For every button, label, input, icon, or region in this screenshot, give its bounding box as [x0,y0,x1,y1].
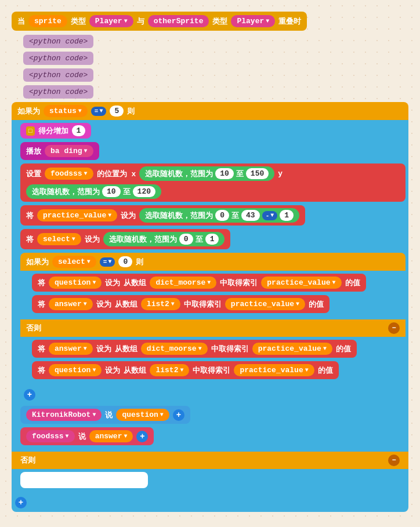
event-when-label: 当 [17,16,25,27]
question-var[interactable]: question ▼ [49,277,102,289]
list2-var[interactable]: list2 ▼ [141,298,180,310]
score-val[interactable]: 1 [72,125,86,136]
kitronik-robot-var[interactable]: KitronikRobot ▼ [26,409,102,421]
if-select-header: 如果为 select ▼ = ▼ 0 则 [20,253,405,271]
player-arrow: ▼ [124,18,128,24]
set-practice-block: 将 practice_value ▼ 设为 选取随机数，范围为 0 至 43 -… [20,205,305,226]
say-label2: 说 [78,431,86,442]
else-bar: 否则 − [20,319,405,337]
score-block: □ 得分增加 1 [20,123,91,139]
type-label: 类型 [71,16,86,27]
python-block-2: <python code> [23,52,93,65]
outer-if-block: 如果为 status ▼ = ▼ 5 则 □ 得分增加 1 [12,102,408,512]
python-block-3: <python code> [23,68,93,82]
select-if-var[interactable]: select ▼ [52,256,96,268]
practice-idx-var4[interactable]: practice_value ▼ [234,364,314,376]
question-say-var[interactable]: question ▼ [116,409,169,421]
outer-plus[interactable]: + [15,497,27,508]
set-select-block: 将 select ▼ 设为 选取随机数，范围为 0 至 1 [20,229,230,249]
set-q1-block: 将 question ▼ 设为 从数组 dict_moorse ▼ [32,274,366,292]
event-block: 当 sprite 类型 Player ▼ 与 otherSprite 类型 Pl… [12,12,307,31]
dict-moorse-var2[interactable]: dict_moorse ▼ [141,343,208,355]
question-var2[interactable]: question ▼ [49,364,102,376]
select-op[interactable]: = ▼ [100,257,115,267]
else-minus[interactable]: − [388,322,400,334]
random-practice: 选取随机数，范围为 0 至 43 - ▼ 1 [139,208,299,223]
python-block-1: <python code> [23,35,93,48]
speak2-plus[interactable]: + [136,431,148,442]
answer-var[interactable]: answer ▼ [49,298,93,310]
play-label: 播放 [26,146,41,157]
list2-var2[interactable]: list2 ▼ [150,364,189,376]
player-dropdown[interactable]: Player ▼ [89,15,133,27]
else-label: 否则 [26,323,41,333]
set-pos-block: 设置 foodsss ▼ 的位置为 x 选取随机数，范围为 10 至 150 y [20,163,405,202]
outer-if-header: 如果为 status ▼ = ▼ 5 则 [12,102,408,120]
else-body: 将 answer ▼ 设为 从数组 dict_moorse ▼ 中取 [20,337,405,386]
with-label: 与 [137,16,144,27]
eq-op[interactable]: = ▼ [91,107,107,116]
answer-say-var[interactable]: answer ▼ [89,430,133,442]
status-var[interactable]: status ▼ [44,105,88,117]
set-q2-block: 将 question ▼ 设为 从数组 list2 ▼ 中取得索引 [32,361,339,379]
python-block-4: <python code> [23,85,93,99]
outer-if-label: 如果为 [17,106,40,117]
speak2-block: foodsss ▼ 说 answer ▼ + [20,427,154,445]
sprite-pill[interactable]: sprite [28,15,67,27]
play-block: 播放 ba ding ▼ [20,142,99,160]
player2-arrow: ▼ [266,18,269,24]
practice-idx-var3[interactable]: practice_value ▼ [252,343,332,355]
outer-if-footer: + [12,493,408,512]
sound-dropdown[interactable]: ba ding ▼ [45,145,93,157]
other-sprite-pill[interactable]: otherSprite [148,15,209,27]
practice-dash[interactable]: - ▼ [262,211,278,220]
outer-else-minus[interactable]: − [388,455,400,466]
foodsss-say-var[interactable]: foodsss ▼ [26,430,75,442]
practice-var[interactable]: practice_value ▼ [37,209,117,221]
random-x: 选取随机数，范围为 10 至 150 [139,166,274,181]
outer-else-label: 否则 [20,455,35,466]
foodsss-var[interactable]: foodsss ▼ [45,168,93,180]
if-plus[interactable]: + [24,389,35,401]
overlap-label: 重叠时 [278,16,301,27]
practice-idx-var2[interactable]: practice_value ▼ [225,298,305,310]
set-a2-block: 将 answer ▼ 设为 从数组 dict_moorse ▼ 中取 [32,340,357,358]
if-select-body: 将 question ▼ 设为 从数组 dict_moorse ▼ [20,271,405,319]
random-y: 选取随机数，范围为 10 至 120 [26,184,161,199]
if-select-block: 如果为 select ▼ = ▼ 0 则 [20,253,405,404]
set-label: 设置 [26,169,41,179]
type2-label: 类型 [212,16,227,27]
outer-else-bar: 否则 − [12,452,408,469]
outer-if-body: □ 得分增加 1 播放 ba ding ▼ 设置 [12,120,408,452]
score-label: 得分增加 [38,126,68,136]
if-footer: + [20,386,405,404]
select-var[interactable]: select ▼ [37,233,81,245]
select-val[interactable]: 0 [118,256,132,267]
then-label: 则 [127,106,135,117]
random-select: 选取随机数，范围为 0 至 1 [103,232,225,246]
outer-else-body [12,469,408,493]
answer-var2[interactable]: answer ▼ [49,343,93,355]
player2-dropdown[interactable]: Player ▼ [231,15,275,27]
speak1-plus[interactable]: + [173,409,184,421]
set-a1-block: 将 answer ▼ 设为 从数组 list2 ▼ 中取得索引 [32,295,330,313]
speak1-block: KitronikRobot ▼ 说 question ▼ + [20,406,190,424]
status-val[interactable]: 5 [110,106,124,117]
say-label1: 说 [105,410,113,420]
else-placeholder [20,472,148,488]
practice-idx-var[interactable]: practice_value ▼ [261,277,341,289]
dict-moorse-var[interactable]: dict_moorse ▼ [150,277,216,289]
